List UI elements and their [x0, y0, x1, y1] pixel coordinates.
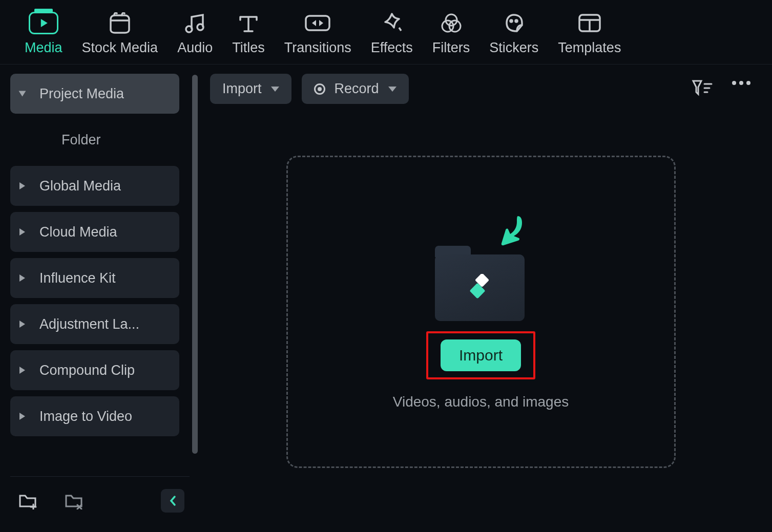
- new-folder-button[interactable]: [15, 491, 41, 511]
- audio-icon: [180, 11, 211, 35]
- sidebar-item-label: Project Media: [39, 86, 124, 102]
- download-arrow-icon: [492, 214, 528, 254]
- sidebar-item-label: Image to Video: [39, 409, 132, 424]
- chevron-right-icon: [19, 274, 25, 282]
- nav-templates[interactable]: Templates: [558, 11, 621, 56]
- import-dropdown[interactable]: Import: [210, 74, 291, 104]
- remove-folder-button[interactable]: [61, 491, 87, 511]
- import-button[interactable]: Import: [441, 339, 521, 371]
- stickers-icon: [498, 11, 529, 35]
- stock-media-icon: [105, 11, 135, 35]
- svg-rect-2: [306, 16, 329, 30]
- toolbar: Import Record: [210, 74, 752, 104]
- chevron-right-icon: [19, 413, 25, 420]
- sidebar-item-project-media[interactable]: Project Media: [10, 74, 179, 114]
- nav-label: Effects: [371, 40, 413, 56]
- sidebar-item-label: Adjustment La...: [39, 316, 139, 332]
- record-icon: [314, 83, 325, 95]
- nav-label: Templates: [558, 40, 621, 56]
- nav-label: Stock Media: [82, 40, 158, 56]
- chevron-right-icon: [19, 367, 25, 374]
- media-icon: [28, 11, 59, 35]
- chevron-right-icon: [19, 321, 25, 328]
- sidebar-item-label: Influence Kit: [39, 270, 116, 286]
- nav-audio[interactable]: Audio: [177, 11, 213, 56]
- effects-icon: [377, 11, 407, 35]
- sidebar-item-cloud-media[interactable]: Cloud Media: [10, 212, 179, 252]
- nav-media[interactable]: Media: [25, 11, 62, 56]
- nav-stickers[interactable]: Stickers: [489, 11, 538, 56]
- record-dropdown[interactable]: Record: [302, 74, 409, 104]
- svg-point-10: [739, 81, 743, 85]
- sidebar-item-image-to-video[interactable]: Image to Video: [10, 396, 179, 436]
- filter-sort-button[interactable]: [691, 79, 713, 99]
- import-dropdown-label: Import: [222, 81, 262, 97]
- record-dropdown-label: Record: [335, 81, 379, 97]
- sidebar-item-label: Cloud Media: [39, 224, 117, 240]
- svg-point-11: [746, 81, 750, 85]
- sidebar-item-influence-kit[interactable]: Influence Kit: [10, 258, 179, 298]
- sidebar-item-folder[interactable]: Folder: [10, 120, 179, 160]
- titles-icon: [233, 11, 264, 35]
- sidebar: Project Media Folder Global Media Cloud …: [0, 65, 200, 530]
- main-layout: Project Media Folder Global Media Cloud …: [0, 65, 772, 530]
- nav-label: Transitions: [284, 40, 351, 56]
- transitions-icon: [302, 11, 333, 35]
- svg-point-7: [515, 20, 517, 22]
- chevron-down-icon: [388, 87, 397, 92]
- nav-filters[interactable]: Filters: [432, 11, 470, 56]
- templates-icon: [574, 11, 605, 35]
- sidebar-item-adjustment-layer[interactable]: Adjustment La...: [10, 304, 179, 344]
- nav-label: Media: [25, 40, 62, 56]
- svg-point-9: [732, 81, 736, 85]
- main-panel: Import Record: [200, 65, 772, 530]
- filmora-logo-icon: [468, 274, 493, 300]
- filters-icon: [436, 11, 467, 35]
- nav-titles[interactable]: Titles: [232, 11, 265, 56]
- collapse-sidebar-button[interactable]: [161, 489, 184, 513]
- nav-label: Filters: [432, 40, 470, 56]
- more-options-button[interactable]: [731, 79, 752, 99]
- sidebar-item-label: Global Media: [39, 178, 121, 194]
- sidebar-item-compound-clip[interactable]: Compound Clip: [10, 350, 179, 390]
- chevron-right-icon: [19, 182, 25, 189]
- chevron-down-icon: [271, 87, 279, 92]
- chevron-right-icon: [19, 228, 25, 236]
- import-dropzone[interactable]: Import Videos, audios, and images: [286, 156, 676, 468]
- import-button-label: Import: [459, 347, 503, 364]
- nav-stock-media[interactable]: Stock Media: [82, 11, 158, 56]
- nav-effects[interactable]: Effects: [371, 11, 413, 56]
- import-button-highlight: Import: [426, 331, 535, 379]
- nav-label: Stickers: [489, 40, 538, 56]
- import-folder-graphic: [430, 214, 532, 321]
- chevron-down-icon: [19, 91, 26, 97]
- sidebar-scrollbar[interactable]: [192, 75, 198, 454]
- svg-point-6: [510, 20, 512, 22]
- sidebar-item-label: Compound Clip: [39, 363, 135, 378]
- sidebar-footer: [10, 476, 190, 525]
- nav-label: Titles: [232, 40, 265, 56]
- dropzone-caption: Videos, audios, and images: [393, 394, 569, 410]
- nav-transitions[interactable]: Transitions: [284, 11, 351, 56]
- nav-label: Audio: [177, 40, 213, 56]
- top-nav: Media Stock Media Audio Titles: [0, 0, 772, 65]
- sidebar-item-global-media[interactable]: Global Media: [10, 166, 179, 206]
- sidebar-item-label: Folder: [61, 132, 101, 148]
